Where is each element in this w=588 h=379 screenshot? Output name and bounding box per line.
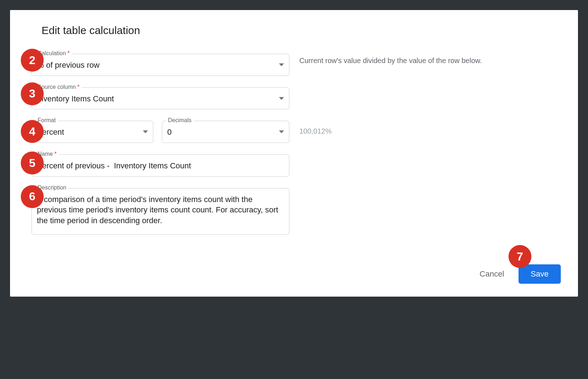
description-input[interactable]: Description A comparison of a time perio…	[32, 188, 289, 235]
source-column-value: Inventory Items Count	[37, 93, 273, 104]
format-row: 4 Format Percent Decimals 0 100,012%	[32, 121, 556, 143]
calculation-select[interactable]: Calculation* % of previous row	[32, 54, 289, 76]
dialog-title: Edit table calculation	[42, 24, 556, 37]
format-select[interactable]: Format Percent	[32, 121, 153, 143]
edit-table-calculation-dialog: Edit table calculation 2 Calculation* % …	[10, 10, 578, 297]
source-column-row: 3 Source column* Inventory Items Count	[32, 87, 556, 110]
annotation-badge-5: 5	[21, 152, 44, 174]
name-input[interactable]: Name* Percent of previous - Inventory It…	[32, 154, 289, 177]
format-value: Percent	[37, 127, 137, 138]
annotation-badge-6: 6	[21, 185, 44, 208]
annotation-badge-4: 4	[21, 120, 44, 143]
name-value: Percent of previous - Inventory Items Co…	[37, 160, 273, 171]
annotation-badge-3: 3	[21, 82, 44, 105]
decimals-label: Decimals	[166, 117, 194, 124]
chevron-down-icon	[143, 130, 148, 133]
chevron-down-icon	[279, 97, 284, 100]
description-value: A comparison of a time period's inventor…	[37, 194, 284, 226]
cancel-button[interactable]: Cancel	[479, 269, 504, 279]
decimals-select[interactable]: Decimals 0	[162, 121, 289, 143]
format-preview: 100,012%	[299, 121, 556, 136]
calculation-value: % of previous row	[37, 60, 273, 71]
chevron-down-icon	[279, 130, 284, 133]
save-button[interactable]: Save	[519, 264, 561, 284]
source-column-select[interactable]: Source column* Inventory Items Count	[32, 87, 289, 110]
dialog-actions: Cancel 7 Save	[479, 264, 561, 284]
calculation-helper-text: Current row's value divided by the value…	[299, 54, 556, 66]
description-row: 6 Description A comparison of a time per…	[32, 188, 556, 235]
name-row: 5 Name* Percent of previous - Inventory …	[32, 154, 556, 177]
chevron-down-icon	[279, 63, 284, 66]
calculation-row: 2 Calculation* % of previous row Current…	[32, 54, 556, 76]
annotation-badge-7: 7	[509, 245, 531, 268]
annotation-badge-2: 2	[21, 49, 44, 72]
decimals-value: 0	[167, 127, 273, 138]
